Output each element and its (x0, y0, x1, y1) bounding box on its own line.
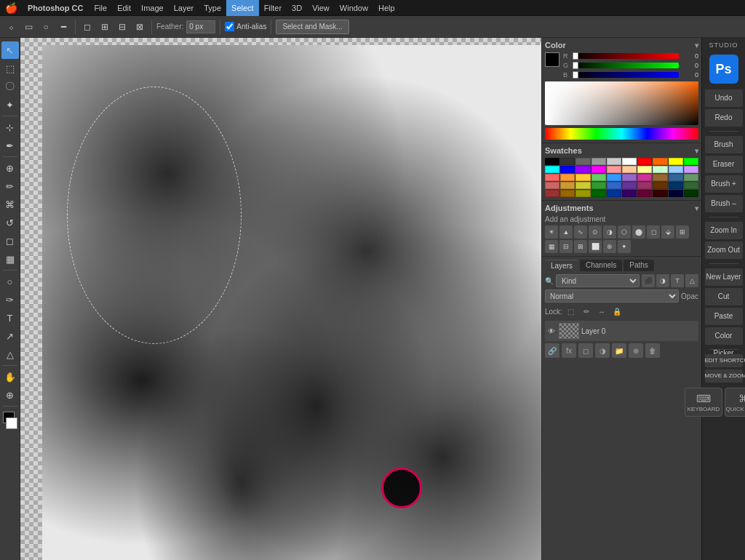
swatch-23[interactable] (591, 174, 606, 181)
anti-alias-label[interactable]: Anti-alias (225, 22, 266, 31)
swatch-11[interactable] (560, 166, 575, 173)
add-selection-icon[interactable]: ⊞ (97, 20, 112, 34)
tool-hand[interactable]: ✋ (1, 368, 19, 385)
filter-adj-icon[interactable]: ◑ (656, 274, 669, 287)
tool-dodge[interactable]: ○ (1, 273, 19, 290)
canvas-content[interactable] (42, 45, 541, 560)
tool-gradient[interactable]: ▦ (1, 250, 19, 268)
menu-3d[interactable]: 3D (287, 0, 307, 16)
filter-pixel-icon[interactable]: ⬛ (642, 274, 655, 287)
swatch-10[interactable] (545, 166, 559, 173)
tool-shape[interactable]: △ (1, 345, 19, 363)
adj-gradient[interactable]: ▦ (545, 240, 558, 253)
feather-input[interactable] (186, 20, 215, 33)
undo-button[interactable]: Undo (705, 89, 743, 107)
selection-row-icon[interactable]: ━ (56, 20, 71, 34)
menu-filter[interactable]: Filter (259, 0, 287, 16)
quickkeys-button[interactable]: ⌘ QUICK KEYS (725, 388, 745, 417)
swatch-29[interactable] (684, 174, 698, 181)
swatch-33[interactable] (591, 182, 606, 189)
g-slider[interactable] (573, 63, 679, 68)
adj-bw[interactable]: ◻ (647, 225, 660, 239)
swatch-19[interactable] (684, 166, 698, 173)
r-slider[interactable] (573, 53, 679, 59)
swatch-35[interactable] (622, 182, 637, 189)
tool-path-selection[interactable]: ↗ (1, 327, 19, 345)
color-panel-collapse[interactable]: ▾ (695, 41, 698, 49)
eraser-button[interactable]: Eraser (705, 156, 743, 173)
delete-layer-icon[interactable]: 🗑 (645, 343, 660, 358)
cut-button[interactable]: Cut (705, 288, 743, 305)
swatch-24[interactable] (607, 174, 621, 181)
edit-shortcuts-button[interactable]: EDIT SHORTCUTS > (705, 354, 743, 367)
swatch-8[interactable] (669, 158, 683, 165)
menu-image[interactable]: Image (136, 0, 169, 16)
color-picker-button[interactable]: Color Picker (705, 327, 743, 345)
tool-magic-wand[interactable]: ✦ (1, 96, 19, 113)
hue-spectrum[interactable] (545, 128, 698, 140)
adj-saturation[interactable]: ⬡ (618, 225, 631, 239)
swatch-48[interactable] (669, 190, 683, 197)
adj-curves[interactable]: ∿ (574, 225, 587, 239)
zoom-in-button[interactable]: Zoom In (705, 222, 743, 239)
swatch-30[interactable] (545, 182, 559, 189)
subtract-selection-icon[interactable]: ⊟ (115, 20, 130, 34)
adj-posterize[interactable]: ⬜ (589, 240, 602, 253)
brush-plus-button[interactable]: Brush + (705, 175, 743, 193)
lock-transparent-icon[interactable]: ⬚ (565, 305, 578, 318)
adj-photo-filter[interactable]: ⬙ (661, 225, 674, 239)
swatches-panel-collapse[interactable]: ▾ (695, 147, 698, 155)
swatch-42[interactable] (575, 190, 590, 197)
b-slider[interactable] (573, 72, 679, 78)
new-group-icon[interactable]: 📁 (612, 343, 626, 358)
menu-file[interactable]: File (89, 0, 112, 16)
swatch-25[interactable] (622, 174, 637, 181)
kind-filter-select[interactable]: Kind (556, 274, 640, 287)
swatch-39[interactable] (684, 182, 698, 189)
adj-invert[interactable]: ⊗ (603, 240, 616, 253)
tab-channels[interactable]: Channels (580, 260, 622, 271)
adj-brightness[interactable]: ☀ (545, 225, 558, 239)
swatch-4[interactable] (607, 158, 621, 165)
swatch-32[interactable] (575, 182, 590, 189)
swatch-13[interactable] (591, 166, 606, 173)
swatch-9[interactable] (684, 158, 698, 165)
paste-button[interactable]: Paste (705, 308, 743, 325)
swatch-31[interactable] (560, 182, 575, 189)
tool-clone[interactable]: ⌘ (1, 196, 19, 213)
swatch-16[interactable] (637, 166, 652, 173)
menu-edit[interactable]: Edit (112, 0, 136, 16)
swatch-7[interactable] (653, 158, 667, 165)
swatch-27[interactable] (653, 174, 667, 181)
tool-zoom[interactable]: ⊕ (1, 386, 19, 404)
swatch-37[interactable] (653, 182, 667, 189)
select-and-mask-button[interactable]: Select and Mask... (276, 20, 348, 34)
swatch-6[interactable] (637, 158, 652, 165)
add-mask-icon[interactable]: ◻ (578, 343, 593, 358)
menu-view[interactable]: View (307, 0, 335, 16)
swatch-36[interactable] (637, 182, 652, 189)
tool-selection[interactable]: ⬚ (1, 60, 19, 77)
adj-channel-mixer[interactable]: ⊞ (676, 225, 689, 239)
new-layer-button[interactable]: New Layer (705, 268, 743, 286)
fx-button[interactable]: fx (562, 343, 576, 358)
tool-history-brush[interactable]: ↺ (1, 214, 19, 231)
swatch-17[interactable] (653, 166, 667, 173)
blend-mode-select[interactable]: Normal (545, 289, 679, 303)
swatch-15[interactable] (622, 166, 637, 173)
swatch-12[interactable] (575, 166, 590, 173)
adj-hue[interactable]: ◑ (603, 225, 616, 239)
filter-type-icon[interactable]: T (671, 274, 684, 287)
tool-brush[interactable]: ✏ (1, 177, 19, 195)
swatch-38[interactable] (669, 182, 683, 189)
swatch-28[interactable] (669, 174, 683, 181)
adjustments-panel-collapse[interactable]: ▾ (695, 204, 698, 212)
tool-move[interactable]: ↖ (1, 41, 19, 59)
intersect-selection-icon[interactable]: ⊠ (132, 20, 147, 34)
swatch-49[interactable] (684, 190, 698, 197)
tool-lasso[interactable]: 〇 (1, 78, 19, 95)
adj-threshold[interactable]: ⊠ (574, 240, 587, 253)
menu-select[interactable]: Select (226, 0, 259, 16)
swatch-22[interactable] (575, 174, 590, 181)
swatch-46[interactable] (637, 190, 652, 197)
